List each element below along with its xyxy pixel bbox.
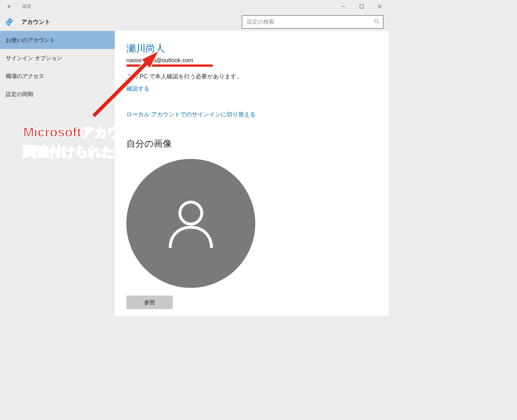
close-button[interactable] (371, 0, 389, 13)
header: アカウント (0, 13, 389, 31)
content-pane: 瀬川尚人 naosegawa@outlook.com この PC で本人確認を行… (115, 31, 389, 316)
sidebar-item-work-access[interactable]: 職場のアクセス (0, 67, 115, 85)
annotation-underline (126, 64, 213, 67)
svg-line-6 (378, 22, 379, 24)
gear-icon (4, 16, 15, 27)
body: お使いのアカウント サインイン オプション 職場のアクセス 設定の同期 瀬川尚人… (0, 31, 389, 316)
browse-button[interactable]: 参照 (126, 296, 173, 309)
avatar-placeholder (126, 159, 255, 288)
sidebar-item-signin-options[interactable]: サインイン オプション (0, 49, 115, 67)
svg-point-5 (375, 19, 378, 22)
sidebar-item-your-account[interactable]: お使いのアカウント (0, 31, 115, 49)
titlebar-label: 設定 (23, 4, 32, 9)
minimize-button[interactable] (335, 0, 353, 13)
verify-link[interactable]: 確認する (126, 85, 150, 93)
switch-local-account-link[interactable]: ローカル アカウントでのサインインに切り替える (126, 111, 256, 118)
page-title: アカウント (21, 18, 50, 26)
account-display-name: 瀬川尚人 (126, 42, 376, 55)
maximize-button[interactable] (353, 0, 371, 13)
search-box[interactable] (242, 15, 384, 29)
svg-point-7 (180, 202, 202, 224)
svg-rect-1 (360, 5, 364, 8)
search-input[interactable] (247, 19, 374, 25)
account-email: naosegawa@outlook.com (126, 57, 193, 64)
picture-heading: 自分の画像 (126, 138, 376, 150)
sidebar: お使いのアカウント サインイン オプション 職場のアクセス 設定の同期 (0, 31, 115, 316)
sidebar-item-label: お使いのアカウント (6, 36, 55, 44)
search-icon (374, 18, 380, 25)
sidebar-item-label: サインイン オプション (6, 54, 62, 62)
back-button[interactable] (0, 0, 19, 13)
titlebar: 設定 (0, 0, 389, 13)
sidebar-item-label: 設定の同期 (6, 91, 33, 98)
sidebar-item-label: 職場のアクセス (6, 73, 44, 80)
sidebar-item-sync-settings[interactable]: 設定の同期 (0, 85, 115, 103)
verify-message: この PC で本人確認を行う必要があります。 (126, 73, 376, 80)
settings-window: 設定 アカウント お使い (0, 0, 389, 316)
